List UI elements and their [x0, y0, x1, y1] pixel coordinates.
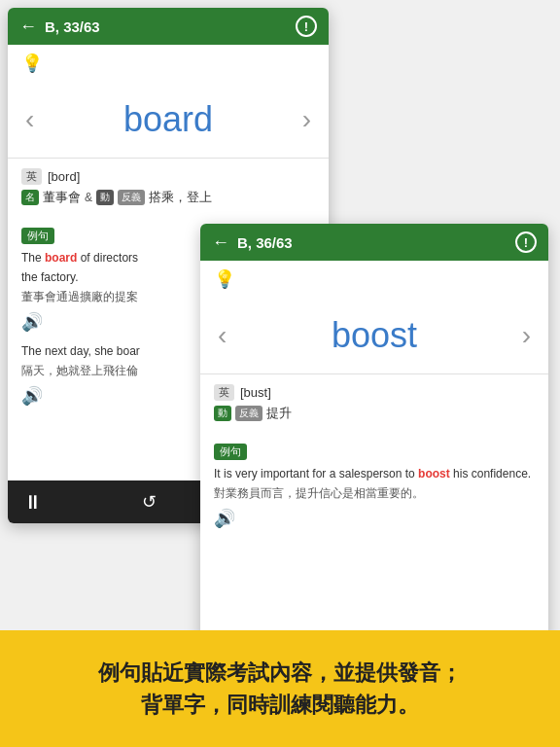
lightbulb-back: 💡: [8, 45, 329, 82]
connector: &: [85, 191, 92, 204]
reload-button[interactable]: ↺: [142, 491, 157, 513]
example-en-front-post: his confidence.: [450, 467, 531, 480]
card-back-header: ← B, 33/63 !: [8, 8, 329, 45]
header-title-front: B, 36/63: [237, 234, 293, 251]
word-area-back: ‹ board ›: [8, 82, 329, 158]
speaker-icon-front[interactable]: 🔊: [214, 508, 235, 529]
nav-left-back[interactable]: ‹: [21, 104, 38, 135]
pos-badge-noun: 名: [21, 190, 39, 205]
example-en-post: of directors: [77, 251, 138, 265]
phonetic-text-back: [bord]: [48, 169, 80, 184]
phonetic-row-back: 英 [bord]: [21, 168, 315, 185]
nav-right-back[interactable]: ›: [298, 104, 315, 135]
info-icon-back[interactable]: !: [296, 16, 317, 37]
card-boost: ← B, 36/63 ! 💡 ‹ boost › 英 [bust] 動 反義 提…: [200, 224, 548, 642]
main-word-front: boost: [230, 315, 517, 356]
card-front-header: ← B, 36/63 !: [200, 224, 548, 261]
def-text-noun: 董事會: [43, 189, 81, 206]
bottom-banner: 例句貼近實際考試內容，並提供發音； 背單字，同時訓練閱聽能力。: [0, 630, 560, 747]
banner-line1: 例句貼近實際考試內容，並提供發音；: [98, 657, 462, 689]
back-arrow-back[interactable]: ←: [19, 17, 37, 37]
header-left-front: ← B, 36/63: [212, 232, 293, 253]
info-icon-front[interactable]: !: [515, 231, 537, 253]
pos-badge-verb: 動: [96, 190, 114, 205]
nav-left-front[interactable]: ‹: [214, 320, 230, 351]
header-title-back: B, 33/63: [45, 18, 100, 35]
nav-right-front[interactable]: ›: [518, 320, 535, 351]
phonetic-text-front: [bust]: [240, 385, 271, 400]
pos-badge-front-antonym: 反義: [235, 406, 262, 421]
example-en-pre: The: [21, 251, 45, 265]
phonetic-badge-back: 英: [21, 168, 42, 185]
example-en-front-pre: It is very important for a salesperson t…: [214, 467, 418, 480]
example-zh-front: 對業務員而言，提升信心是相當重要的。: [214, 484, 535, 502]
definition-area-back: 英 [bord] 名 董事會 & 動 反義 搭乘，登上: [8, 158, 329, 218]
phonetic-row-front: 英 [bust]: [214, 384, 535, 401]
back-arrow-front[interactable]: ←: [212, 232, 229, 253]
example-label-back: 例句: [21, 228, 54, 244]
speaker-icon-2[interactable]: 🔊: [21, 385, 43, 407]
speaker-icon-1[interactable]: 🔊: [21, 311, 43, 333]
example-highlight: board: [45, 251, 77, 265]
example-section-front: 例句 It is very important for a salesperso…: [200, 434, 548, 535]
def-text-front: 提升: [266, 405, 292, 422]
def-text-verb: 搭乘，登上: [149, 189, 212, 206]
definition-area-front: 英 [bust] 動 反義 提升: [200, 374, 548, 434]
example-highlight-front: boost: [418, 467, 450, 480]
example-label-front: 例句: [214, 444, 247, 460]
phonetic-badge-front: 英: [214, 384, 234, 401]
pos-badge-front-verb: 動: [214, 406, 231, 421]
banner-line2: 背單字，同時訓練閱聽能力。: [141, 689, 419, 721]
header-left-back: ← B, 33/63: [19, 17, 100, 37]
example-en-front: It is very important for a salesperson t…: [214, 465, 535, 482]
pause-button[interactable]: ⏸: [23, 491, 43, 514]
main-word-back: board: [38, 99, 298, 140]
pos-row-front: 動 反義 提升: [214, 405, 535, 422]
word-area-front: ‹ boost ›: [200, 298, 548, 374]
pos-row-back: 名 董事會 & 動 反義 搭乘，登上: [21, 189, 315, 206]
lightbulb-front: 💡: [200, 261, 548, 298]
pos-badge-antonym: 反義: [118, 190, 145, 205]
